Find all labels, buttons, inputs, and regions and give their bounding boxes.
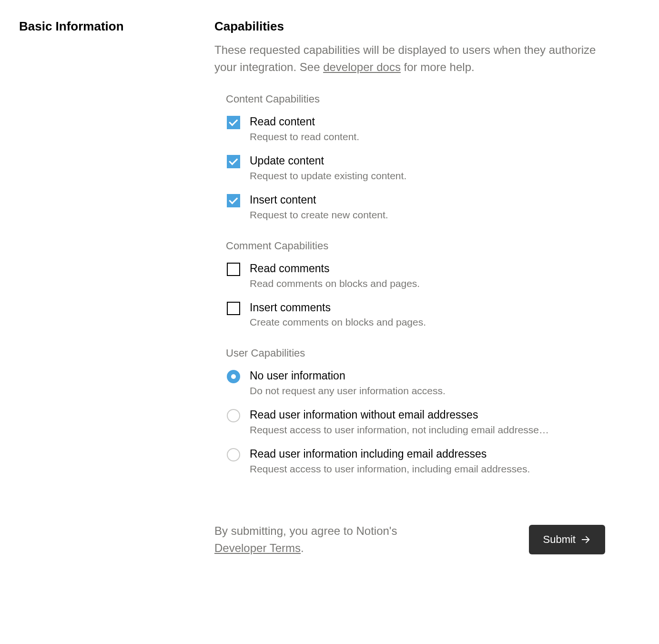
radio-no-user-info[interactable] [227,370,240,383]
checkbox-update-content[interactable] [227,155,240,168]
option-user-info-no-email: Read user information without email addr… [227,408,605,436]
checkbox-insert-content[interactable] [227,194,240,207]
option-desc: Read comments on blocks and pages. [250,278,605,289]
option-desc: Create comments on blocks and pages. [250,317,605,328]
option-read-comments: Read comments Read comments on blocks an… [227,262,605,289]
option-text: No user information Do not request any u… [250,369,605,397]
option-desc: Request to update existing content. [250,170,605,182]
submit-button-label: Submit [543,533,576,546]
group-heading: User Capabilities [226,347,605,359]
section-description: These requested capabilities will be dis… [214,41,605,76]
option-desc: Do not request any user information acce… [250,385,605,397]
checkbox-read-content[interactable] [227,116,240,129]
desc-text: for more help. [401,61,475,73]
option-label: Read comments [250,262,605,276]
option-insert-content: Insert content Request to create new con… [227,193,605,221]
sidebar: Basic Information [19,19,195,557]
checkbox-read-comments[interactable] [227,263,240,276]
section-title: Capabilities [214,19,605,34]
option-desc: Request access to user information, incl… [250,463,605,475]
user-capabilities-group: User Capabilities No user information Do… [226,347,605,475]
option-no-user-info: No user information Do not request any u… [227,369,605,397]
option-insert-comments: Insert comments Create comments on block… [227,301,605,328]
footer-text-before: By submitting, you agree to Notion's [214,524,397,537]
radio-user-info-no-email[interactable] [227,409,240,422]
option-user-info-with-email: Read user information including email ad… [227,447,605,475]
option-text: Read user information without email addr… [250,408,605,436]
option-label: Read user information including email ad… [250,447,605,461]
option-text: Insert comments Create comments on block… [250,301,605,328]
group-heading: Comment Capabilities [226,240,605,252]
comment-capabilities-group: Comment Capabilities Read comments Read … [226,240,605,328]
footer: By submitting, you agree to Notion's Dev… [214,522,605,557]
option-label: Insert comments [250,301,605,315]
option-label: Read user information without email addr… [250,408,605,422]
option-text: Read content Request to read content. [250,115,605,143]
option-label: Insert content [250,193,605,207]
group-heading: Content Capabilities [226,93,605,105]
checkbox-insert-comments[interactable] [227,302,240,315]
arrow-right-icon [580,534,591,545]
option-desc: Request to create new content. [250,209,605,221]
content-capabilities-group: Content Capabilities Read content Reques… [226,93,605,221]
option-desc: Request to read content. [250,131,605,143]
option-label: No user information [250,369,605,383]
option-text: Read user information including email ad… [250,447,605,475]
option-desc: Request access to user information, not … [250,424,605,436]
footer-text-after: . [301,542,304,554]
footer-agreement-text: By submitting, you agree to Notion's Dev… [214,522,397,557]
developer-docs-link[interactable]: developer docs [323,61,401,73]
developer-terms-link[interactable]: Developer Terms [214,542,301,554]
radio-user-info-with-email[interactable] [227,448,240,461]
option-text: Read comments Read comments on blocks an… [250,262,605,289]
option-label: Read content [250,115,605,129]
option-text: Insert content Request to create new con… [250,193,605,221]
option-read-content: Read content Request to read content. [227,115,605,143]
sidebar-nav-item[interactable]: Basic Information [19,19,195,34]
option-label: Update content [250,154,605,168]
submit-button[interactable]: Submit [529,525,605,554]
main-content: Capabilities These requested capabilitie… [214,19,605,557]
option-text: Update content Request to update existin… [250,154,605,182]
option-update-content: Update content Request to update existin… [227,154,605,182]
